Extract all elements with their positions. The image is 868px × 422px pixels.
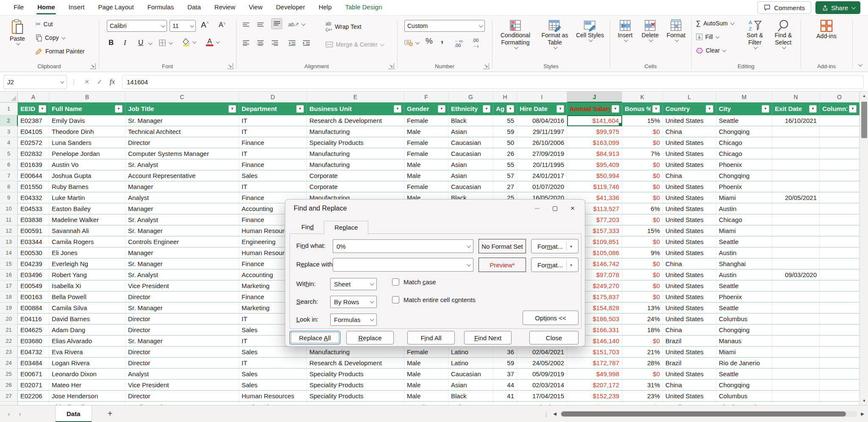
cell[interactable]: Corporate (307, 402, 404, 405)
cell[interactable] (772, 292, 820, 303)
cell[interactable]: E04732 (18, 347, 49, 358)
column-header-G[interactable]: G (448, 92, 493, 103)
replace-format-button[interactable]: Format... ▾ (531, 258, 579, 272)
cell[interactable] (820, 269, 860, 280)
replace-button[interactable]: Replace (346, 331, 394, 344)
cell[interactable] (772, 280, 820, 292)
filter-button[interactable]: ▼ (506, 105, 514, 113)
cell[interactable]: E04545 (18, 402, 49, 405)
sheet-nav-left-icon[interactable]: ‹ (3, 410, 14, 417)
cell[interactable]: E02832 (18, 148, 49, 159)
cell[interactable]: E00884 (18, 303, 49, 314)
cell[interactable]: Analyst (125, 192, 239, 203)
cell[interactable]: Asian (448, 380, 493, 391)
cell[interactable]: Seattle (716, 303, 772, 314)
cell[interactable]: $0 (622, 137, 663, 148)
cell[interactable]: Adam Dang (49, 325, 125, 336)
cell[interactable]: Mateo Her (49, 380, 125, 391)
cell[interactable] (820, 170, 860, 181)
cell[interactable]: Manager (125, 181, 239, 192)
cell[interactable]: Male (404, 358, 448, 369)
cell-styles-button[interactable]: Cell Styles (574, 17, 606, 42)
cell[interactable]: Brazil (663, 336, 716, 347)
cell[interactable]: Madeline Walker (49, 214, 125, 225)
cell[interactable] (772, 314, 820, 325)
cell[interactable]: Male (404, 126, 448, 137)
cell[interactable] (772, 347, 820, 358)
ribbon-tab-review[interactable]: Review (208, 0, 242, 15)
cell[interactable]: Black (448, 115, 493, 126)
cell[interactable]: 05/03/2005 (517, 402, 567, 405)
cell[interactable]: Isabella Xi (49, 280, 125, 292)
cell[interactable]: Female (404, 137, 448, 148)
cell[interactable]: 29/11/1997 (517, 126, 567, 137)
cell[interactable] (820, 258, 860, 269)
scroll-up-icon[interactable]: ▲ (860, 92, 868, 100)
cell[interactable]: United States (663, 181, 716, 192)
format-painter-button[interactable]: Format Painter (36, 46, 85, 56)
cell[interactable]: Everleigh Ng (49, 258, 125, 269)
row-header-4[interactable]: 4 (0, 137, 18, 148)
table-column-header[interactable]: Annual Salary▼ (567, 103, 622, 115)
cell[interactable] (820, 247, 860, 258)
cell[interactable] (772, 369, 820, 380)
row-header-27[interactable]: 27 (0, 391, 18, 402)
column-header-L[interactable]: L (663, 92, 716, 103)
fill-button[interactable]: Fill (696, 32, 718, 42)
number-dialog-launcher[interactable]: ↘ (483, 63, 489, 69)
cell[interactable] (772, 380, 820, 391)
dialog-minimize-button[interactable] (528, 202, 546, 215)
cell[interactable]: E00591 (18, 225, 49, 236)
autosum-button[interactable]: ∑ AutoSum (696, 18, 733, 28)
align-bottom-button[interactable] (271, 18, 282, 29)
cell[interactable] (820, 380, 860, 391)
cell[interactable]: 9% (622, 247, 663, 258)
cell[interactable]: Sr. Manager (125, 225, 239, 236)
name-box[interactable]: J2 (3, 75, 67, 89)
cell[interactable]: Easton Bailey (49, 203, 125, 214)
cell[interactable]: Camila Rogers (49, 236, 125, 247)
filter-button[interactable]: ▼ (762, 105, 769, 113)
cell[interactable]: 59 (493, 358, 517, 369)
cell[interactable]: Sr. Analyst (125, 214, 239, 225)
cell[interactable]: Male (404, 369, 448, 380)
sheet-tab-data[interactable]: Data (55, 405, 92, 422)
cell[interactable]: Miami (716, 192, 772, 203)
filter-button[interactable]: ▼ (849, 105, 857, 113)
ribbon-tab-page-layout[interactable]: Page Layout (91, 0, 140, 15)
clipboard-dialog-launcher[interactable]: ↘ (90, 63, 96, 69)
cell[interactable]: IT (239, 126, 307, 137)
decrease-decimal-button[interactable]: .00→₀ (472, 38, 479, 48)
cell[interactable]: Chicago (716, 137, 772, 148)
cell[interactable] (772, 137, 820, 148)
cell[interactable]: E04533 (18, 203, 49, 214)
cell[interactable] (820, 115, 860, 126)
align-right-button[interactable] (271, 38, 278, 48)
cell[interactable]: $0 (622, 292, 663, 303)
cell[interactable]: Speciality Products (307, 137, 404, 148)
cell[interactable] (820, 358, 860, 369)
cell[interactable]: E02387 (18, 115, 49, 126)
cell[interactable]: E04239 (18, 258, 49, 269)
cell[interactable] (772, 159, 820, 170)
cell[interactable]: Manufacturing (307, 159, 404, 170)
cell[interactable]: Director (125, 137, 239, 148)
cell[interactable]: E00163 (18, 292, 49, 303)
cell[interactable] (820, 126, 860, 137)
comma-style-button[interactable]: , (441, 34, 443, 44)
cell[interactable]: IT (239, 358, 307, 369)
cell[interactable]: United States (663, 148, 716, 159)
cell[interactable]: Seattle (716, 280, 772, 292)
cell[interactable]: $207,172 (567, 380, 622, 391)
cell[interactable]: Director (125, 347, 239, 358)
cell[interactable] (820, 214, 860, 225)
cell[interactable] (820, 336, 860, 347)
delete-cells-button[interactable]: Delete (638, 17, 662, 42)
cell[interactable]: United States (663, 247, 716, 258)
cell[interactable]: Director (125, 391, 239, 402)
cell[interactable] (772, 203, 820, 214)
cell[interactable]: 31% (622, 380, 663, 391)
cell[interactable]: $49,998 (567, 369, 622, 380)
cell[interactable]: United States (663, 115, 716, 126)
filter-button[interactable]: ▼ (438, 105, 445, 113)
